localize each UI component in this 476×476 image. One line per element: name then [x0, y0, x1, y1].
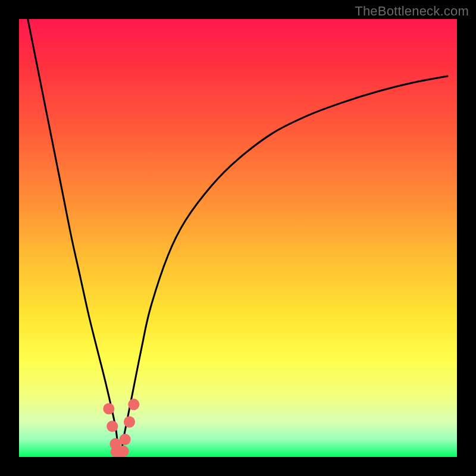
- curve-path: [28, 19, 449, 457]
- valley-marker: [120, 434, 131, 445]
- valley-marker: [103, 403, 114, 414]
- plot-area: [19, 19, 457, 457]
- valley-marker: [128, 399, 139, 410]
- valley-marker: [107, 421, 118, 432]
- watermark-text: TheBottleneck.com: [355, 4, 469, 19]
- valley-marker: [124, 416, 135, 428]
- figure-root: { "watermark": "TheBottleneck.com", "col…: [0, 0, 476, 476]
- valley-marker: [118, 446, 129, 457]
- bottleneck-curve: [19, 19, 457, 457]
